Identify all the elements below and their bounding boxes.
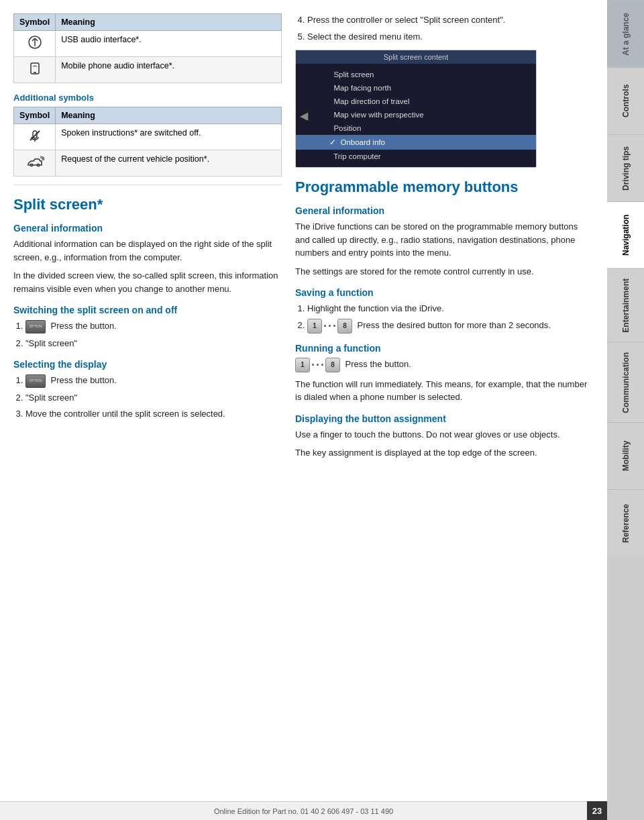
mem-btn-run-8: 8: [325, 358, 340, 372]
screen-menu-item: Map direction of travel: [296, 95, 536, 108]
general-info2-subtitle: General information: [295, 205, 594, 216]
screen-menu-item-onboard: ✓ Onboard info: [296, 135, 536, 150]
sidebar-tabs: At a glance Controls Driving tips Naviga…: [607, 0, 644, 820]
split-screen-title: Split screen*: [13, 196, 282, 213]
sidebar-tab-driving-tips[interactable]: Driving tips: [607, 134, 644, 201]
selecting-steps-list: Press the button. "Split screen" Move th…: [25, 374, 282, 421]
dot: [312, 364, 314, 366]
list-item: "Split screen": [25, 337, 282, 350]
dot: [329, 325, 331, 327]
switching-steps-list: Press the button. "Split screen": [25, 319, 282, 350]
displaying-text2: The key assignment is displayed at the t…: [295, 446, 594, 460]
symbol-header: Symbol: [14, 14, 56, 31]
general-info-subtitle: General information: [13, 223, 282, 234]
sidebar-tab-controls[interactable]: Controls: [607, 67, 644, 134]
usb-meaning: USB audio interface*.: [56, 31, 282, 57]
additional-symbols-table: Symbol Meaning: [13, 107, 282, 176]
additional-symbols-label: Additional symbols: [13, 93, 282, 103]
mem-btn-run-1: 1: [295, 358, 310, 372]
screen-nav: ◀ Split screen Map facing north Map dire…: [296, 64, 536, 167]
screen-menu-item: Map facing north: [296, 81, 536, 95]
sidebar-tab-at-a-glance[interactable]: At a glance: [607, 0, 644, 67]
usb-icon: [28, 35, 42, 50]
displaying-subtitle: Displaying the button assignment: [295, 413, 594, 424]
symbol-cell: [14, 31, 56, 57]
car-position-icon: [25, 154, 44, 169]
running-text2: The function will run immediately. This …: [295, 378, 594, 404]
list-item: Highlight the function via the iDrive.: [307, 302, 594, 315]
list-item: Press the button.: [25, 374, 282, 388]
mem-btn-8: 8: [337, 319, 352, 334]
list-item: Press the controller or select "Split sc…: [307, 13, 594, 27]
symbol-cell: [14, 124, 56, 150]
screen-image: Split screen content ◀ Split screen Map …: [295, 50, 537, 168]
saving-steps-list: Highlight the function via the iDrive. 1…: [307, 302, 594, 334]
mem-btn-1: 1: [307, 319, 322, 334]
right-column: Press the controller or select "Split sc…: [295, 13, 594, 793]
screen-menu-item: Map view with perspective: [296, 108, 536, 121]
add-meaning-header: Meaning: [56, 107, 282, 124]
mic-off-icon: [28, 128, 42, 143]
left-column: Symbol Meaning: [13, 13, 282, 793]
page-container: Symbol Meaning: [0, 0, 644, 820]
sidebar-tab-navigation[interactable]: Navigation: [607, 201, 644, 268]
footer-text: Online Edition for Part no. 01 40 2 606 …: [214, 807, 393, 815]
displaying-text1: Use a finger to touch the buttons. Do no…: [295, 428, 594, 442]
symbols-table: Symbol Meaning: [13, 13, 282, 83]
option-button-icon2: [25, 374, 46, 388]
continued-steps-list: Press the controller or select "Split sc…: [307, 13, 594, 43]
symbol-cell: [14, 150, 56, 176]
dot: [324, 325, 326, 327]
page-footer: Online Edition for Part no. 01 40 2 606 …: [0, 801, 607, 820]
saving-subtitle: Saving a function: [295, 287, 594, 298]
list-item: "Split screen": [25, 391, 282, 405]
dot: [321, 364, 323, 366]
sidebar-tab-communication[interactable]: Communication: [607, 342, 644, 423]
table-row: Mobile phone audio interface*.: [14, 57, 282, 83]
list-item: Move the controller until the split scre…: [25, 407, 282, 421]
running-subtitle: Running a function: [295, 343, 594, 354]
meaning-header: Meaning: [56, 14, 282, 31]
divider: [13, 185, 282, 185]
switching-subtitle: Switching the split screen on and off: [13, 305, 282, 315]
running-text: 1 8 Press the button.: [295, 358, 594, 372]
dot: [317, 364, 319, 366]
table-row: USB audio interface*.: [14, 31, 282, 57]
screen-menu-item: Trip computer: [296, 150, 536, 163]
position-meaning: Request of the current vehicle position*…: [56, 150, 282, 176]
list-item: Press the button.: [25, 319, 282, 334]
sidebar-tab-mobility[interactable]: Mobility: [607, 422, 644, 489]
general-info2-text1: The iDrive functions can be stored on th…: [295, 220, 594, 260]
selecting-subtitle: Selecting the display: [13, 359, 282, 370]
table-row: Request of the current vehicle position*…: [14, 150, 282, 176]
phone-icon: [28, 61, 42, 76]
dot: [333, 325, 335, 327]
general-info-text2: In the divided screen view, the so-calle…: [13, 269, 282, 295]
symbol-cell: [14, 57, 56, 83]
list-item: 1 8 Press the desired button for more th…: [307, 319, 594, 334]
screen-titlebar: Split screen content: [296, 50, 536, 64]
sidebar-tab-entertainment[interactable]: Entertainment: [607, 268, 644, 342]
general-info-text1: Additional information can be displayed …: [13, 238, 282, 264]
sidebar-tab-reference[interactable]: Reference: [607, 489, 644, 556]
screen-menu-item: Split screen: [296, 68, 536, 81]
screen-nav-arrow: ◀: [300, 109, 308, 122]
page-number: 23: [587, 801, 607, 820]
phone-meaning: Mobile phone audio interface*.: [56, 57, 282, 83]
main-content: Symbol Meaning: [0, 0, 607, 820]
general-info2-text2: The settings are stored for the remote c…: [295, 265, 594, 278]
programmable-title: Programmable memory buttons: [295, 178, 594, 196]
screen-menu: Split screen Map facing north Map direct…: [296, 64, 536, 167]
list-item: Select the desired menu item.: [307, 30, 594, 44]
screen-menu-item: Position: [296, 121, 536, 135]
spoken-meaning: Spoken instructions* are switched off.: [56, 124, 282, 150]
add-symbol-header: Symbol: [14, 107, 56, 124]
running-mem-buttons: 1 8: [295, 358, 340, 372]
table-row: Spoken instructions* are switched off.: [14, 124, 282, 150]
mem-buttons-icon: 1 8: [307, 319, 352, 334]
option-button-icon: [25, 320, 46, 334]
